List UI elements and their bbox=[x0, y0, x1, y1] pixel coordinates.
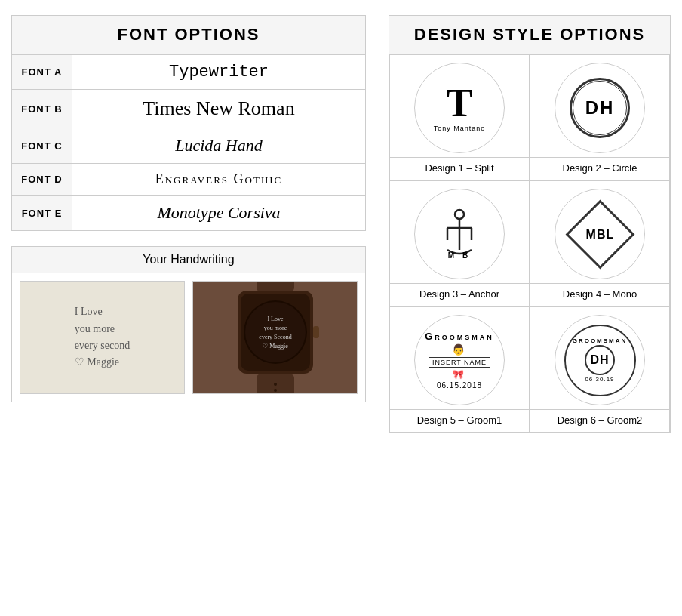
design4-label: Design 4 – Mono bbox=[530, 283, 669, 306]
design1-inner: T Tony Mantano bbox=[434, 84, 486, 132]
design3-letters: M B bbox=[448, 251, 471, 260]
design2-circle: DH bbox=[555, 63, 645, 153]
design6-date: 06.30.19 bbox=[585, 376, 614, 383]
design2-circle-area: DH bbox=[530, 55, 669, 157]
font-name-a: Typewriter bbox=[72, 55, 366, 90]
design-cell-3[interactable]: M B Design 3 – Anchor bbox=[389, 180, 530, 306]
design6-circle-area: GROOMSMAN DH 06.30.19 bbox=[530, 307, 669, 409]
design5-circle-area: Groomsman 👨 INSERT NAME 🎀 06.15.2018 bbox=[390, 307, 529, 409]
font-label-d: FONT D bbox=[12, 164, 72, 196]
design3-label: Design 3 – Anchor bbox=[390, 283, 529, 306]
design-cell-6[interactable]: GROOMSMAN DH 06.30.19 Design 6 – Groom2 bbox=[530, 306, 670, 433]
design-cell-5[interactable]: Groomsman 👨 INSERT NAME 🎀 06.15.2018 Des… bbox=[389, 306, 530, 433]
svg-point-16 bbox=[455, 210, 464, 219]
design6-groomsman: GROOMSMAN bbox=[573, 337, 628, 344]
font-name-b: Times New Roman bbox=[72, 90, 366, 128]
mustache-icon: 👨 bbox=[452, 343, 466, 356]
design4-circle-area: MBL bbox=[530, 181, 669, 283]
handwriting-title: Your Handwriting bbox=[12, 247, 365, 273]
design5-insert-name: INSERT NAME bbox=[429, 357, 490, 368]
table-row: FONT A Typewriter bbox=[12, 55, 366, 90]
handwriting-written-text: I Loveyou moreevery second♡ Maggie bbox=[67, 296, 137, 379]
design1-label: Design 1 – Split bbox=[390, 157, 529, 180]
design-style-title: DESIGN STYLE OPTIONS bbox=[389, 15, 671, 54]
design1-letter: T bbox=[447, 84, 473, 123]
design4-circle: MBL bbox=[555, 189, 645, 279]
design5-label: Design 5 – Groom1 bbox=[390, 409, 529, 432]
font-label-c: FONT C bbox=[12, 128, 72, 164]
design5-circle: Groomsman 👨 INSERT NAME 🎀 06.15.2018 bbox=[414, 315, 505, 405]
svg-point-14 bbox=[274, 389, 277, 392]
font-label-b: FONT B bbox=[12, 90, 72, 128]
design6-label: Design 6 – Groom2 bbox=[530, 409, 669, 432]
table-row: FONT C Lucida Hand bbox=[12, 128, 366, 164]
svg-text:every Second: every Second bbox=[259, 334, 291, 340]
design2-label: Design 2 – Circle bbox=[530, 157, 669, 180]
right-panel: DESIGN STYLE OPTIONS T Tony Mantano Desi… bbox=[377, 0, 682, 616]
watch-image-box: I Love you more every Second ♡ Maggie bbox=[192, 281, 358, 394]
design-cell-1[interactable]: T Tony Mantano Design 1 – Split bbox=[389, 54, 530, 180]
design6-dh: DH bbox=[590, 353, 609, 367]
font-options-title: FONT OPTIONS bbox=[11, 15, 366, 54]
anchor-icon bbox=[437, 208, 482, 257]
svg-rect-11 bbox=[313, 326, 319, 338]
svg-point-6 bbox=[245, 302, 306, 362]
design2-letters: DH bbox=[585, 97, 615, 119]
font-name-c: Lucida Hand bbox=[72, 128, 366, 164]
design6-circle: GROOMSMAN DH 06.30.19 bbox=[555, 315, 645, 405]
design1-name: Tony Mantano bbox=[434, 125, 486, 132]
watch-svg: I Love you more every Second ♡ Maggie bbox=[223, 281, 328, 394]
design4-diamond: MBL bbox=[565, 199, 634, 269]
design4-letters: MBL bbox=[585, 227, 614, 241]
design5-inner: Groomsman 👨 INSERT NAME 🎀 06.15.2018 bbox=[425, 331, 494, 390]
design6-outer: GROOMSMAN DH 06.30.19 bbox=[564, 325, 636, 396]
design1-circle: T Tony Mantano bbox=[414, 63, 505, 153]
font-label-a: FONT A bbox=[12, 55, 72, 90]
design5-groomsman: Groomsman bbox=[425, 331, 494, 342]
bow-tie-icon: 🎀 bbox=[453, 369, 465, 380]
design5-date: 06.15.2018 bbox=[437, 381, 482, 390]
design-cell-4[interactable]: MBL Design 4 – Mono bbox=[530, 180, 670, 306]
table-row: FONT E Monotype Corsiva bbox=[12, 196, 366, 231]
font-name-e: Monotype Corsiva bbox=[72, 196, 366, 231]
font-table: FONT A Typewriter FONT B Times New Roman… bbox=[11, 54, 366, 231]
design3-circle-area: M B bbox=[390, 181, 529, 283]
svg-rect-0 bbox=[257, 281, 294, 292]
handwriting-section: Your Handwriting I Loveyou moreevery sec… bbox=[11, 246, 366, 402]
left-panel: FONT OPTIONS FONT A Typewriter FONT B Ti… bbox=[0, 0, 377, 616]
svg-point-13 bbox=[274, 383, 277, 386]
design2-inner: DH bbox=[570, 78, 630, 138]
handwriting-written-box: I Loveyou moreevery second♡ Maggie bbox=[20, 281, 185, 394]
design6-dh-box: DH bbox=[585, 345, 615, 375]
design1-circle-area: T Tony Mantano bbox=[390, 55, 529, 157]
table-row: FONT D Engravers Gothic bbox=[12, 164, 366, 196]
font-name-d: Engravers Gothic bbox=[72, 164, 366, 196]
design-grid: T Tony Mantano Design 1 – Split DH Desig… bbox=[389, 54, 671, 433]
font-label-e: FONT E bbox=[12, 196, 72, 231]
design3-circle: M B bbox=[414, 189, 505, 279]
svg-text:♡ Maggie: ♡ Maggie bbox=[263, 343, 288, 350]
design3-inner: M B bbox=[437, 208, 482, 260]
table-row: FONT B Times New Roman bbox=[12, 90, 366, 128]
svg-text:you more: you more bbox=[263, 325, 287, 331]
handwriting-images: I Loveyou moreevery second♡ Maggie bbox=[12, 273, 365, 402]
design-cell-2[interactable]: DH Design 2 – Circle bbox=[530, 54, 670, 180]
svg-text:I Love: I Love bbox=[267, 316, 284, 322]
